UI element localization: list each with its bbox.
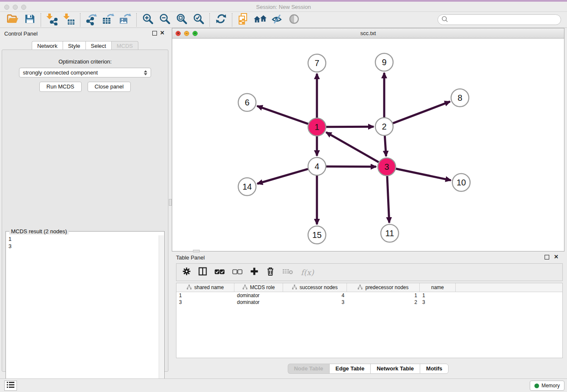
graph-node-2[interactable]: 2 — [375, 118, 393, 135]
svg-text:6: 6 — [245, 98, 249, 107]
graph-node-7[interactable]: 7 — [308, 54, 326, 72]
close-table-panel-icon[interactable]: ✕ — [554, 254, 559, 260]
network-window-title: scc.txt — [172, 30, 564, 36]
svg-text:2: 2 — [382, 122, 386, 131]
svg-text:10: 10 — [457, 178, 466, 187]
table-cell[interactable]: 2 — [347, 299, 420, 305]
graph-node-14[interactable]: 14 — [238, 178, 256, 196]
table-cell[interactable]: dominator — [234, 293, 283, 298]
float-table-panel-icon[interactable] — [545, 255, 549, 259]
import-network-icon — [46, 13, 58, 27]
graph-edge-4-14[interactable] — [257, 169, 308, 184]
delete-column-button[interactable] — [282, 268, 293, 276]
float-panel-icon[interactable] — [152, 31, 157, 36]
column-type-icon — [292, 284, 297, 291]
show-hidden-button[interactable] — [286, 13, 303, 27]
run-mcds-button[interactable]: Run MCDS — [39, 82, 82, 92]
tab-network-table[interactable]: Network Table — [370, 364, 420, 374]
select-all-button[interactable] — [215, 268, 225, 276]
table-cell[interactable]: 4 — [283, 293, 347, 298]
graph-edge-2-3[interactable] — [385, 136, 386, 156]
svg-text:11: 11 — [385, 229, 394, 238]
tab-node-table[interactable]: Node Table — [288, 364, 329, 374]
graph-edge-3-1[interactable] — [326, 132, 379, 162]
export-image-icon — [118, 13, 132, 27]
main-area: Control Panel ✕ NetworkStyleSelectMCDS O… — [0, 28, 567, 378]
column-header-MCDS-role[interactable]: MCDS role — [234, 283, 283, 292]
graph-node-9[interactable]: 9 — [375, 53, 393, 71]
import-network-button[interactable] — [44, 13, 61, 27]
table-cell[interactable]: 3 — [176, 299, 234, 305]
graph-edge-3-10[interactable] — [396, 169, 451, 180]
graph-node-15[interactable]: 15 — [308, 226, 326, 244]
table-cell[interactable]: 3 — [283, 299, 347, 305]
table-panel: Table Panel ✕ f(x) shared nameMCDS roles… — [172, 252, 564, 377]
table-cell[interactable]: 1 — [176, 293, 234, 298]
refresh-layout-button[interactable] — [212, 13, 229, 27]
hide-selected-button[interactable] — [269, 13, 286, 27]
open-session-button[interactable] — [4, 13, 21, 27]
node-table[interactable]: shared nameMCDS rolesuccessor nodesprede… — [176, 283, 563, 358]
export-table-button[interactable] — [100, 13, 117, 27]
memory-button[interactable]: Memory — [530, 381, 564, 391]
show-columns-button[interactable] — [198, 267, 207, 277]
copy-network-button[interactable] — [235, 13, 252, 27]
export-network-button[interactable] — [83, 13, 100, 27]
graph-node-3[interactable]: 3 — [378, 158, 396, 176]
column-header-predecessor-nodes[interactable]: predecessor nodes — [347, 283, 420, 292]
graph-edge-2-8[interactable] — [393, 102, 450, 123]
save-icon — [24, 13, 36, 26]
close-panel-icon[interactable]: ✕ — [160, 30, 165, 36]
column-label: name — [431, 284, 444, 290]
column-header-name[interactable]: name — [420, 283, 456, 292]
table-cell[interactable]: 1 — [420, 293, 456, 298]
delete-rows-button[interactable] — [266, 267, 275, 278]
result-scrollbar[interactable] — [159, 235, 164, 389]
function-builder-button[interactable]: f(x) — [301, 268, 314, 277]
table-delete-icon — [282, 268, 293, 276]
zoom-in-button[interactable] — [139, 13, 156, 27]
graph-edge-4-3[interactable] — [326, 166, 376, 167]
criterion-dropdown[interactable]: strongly connected component — [19, 68, 151, 77]
graph-node-11[interactable]: 11 — [381, 224, 399, 242]
graph-edge-3-11[interactable] — [387, 176, 389, 223]
tab-motifs[interactable]: Motifs — [420, 364, 449, 374]
table-settings-button[interactable] — [182, 267, 191, 277]
import-table-icon — [63, 13, 75, 27]
column-header-shared-name[interactable]: shared name — [176, 283, 234, 292]
add-column-button[interactable] — [250, 267, 259, 277]
table-cell[interactable]: 1 — [347, 293, 420, 298]
toolbar-separator — [209, 13, 210, 27]
export-image-button[interactable] — [117, 13, 134, 27]
zoom-out-button[interactable] — [156, 13, 173, 27]
task-history-button[interactable] — [4, 381, 17, 391]
table-row[interactable]: 1dominator411 — [176, 292, 562, 299]
import-table-button[interactable] — [61, 13, 77, 27]
graph-edge-1-2[interactable] — [326, 127, 374, 127]
table-cell[interactable]: dominator — [234, 299, 283, 305]
column-type-icon — [242, 284, 248, 291]
save-session-button[interactable] — [21, 13, 38, 27]
graph-node-10[interactable]: 10 — [452, 174, 470, 191]
table-row[interactable]: 3dominator323 — [176, 299, 562, 306]
column-header-successor-nodes[interactable]: successor nodes — [283, 283, 347, 292]
graph-edge-1-6[interactable] — [257, 106, 308, 124]
network-window-titlebar[interactable]: ✕ − + scc.txt — [172, 28, 564, 39]
first-neighbors-button[interactable] — [252, 13, 269, 27]
zoom-out-icon — [159, 13, 171, 27]
graph-node-6[interactable]: 6 — [238, 94, 256, 111]
deselect-all-button[interactable] — [232, 268, 242, 276]
zoom-selected-button[interactable] — [190, 13, 207, 27]
close-panel-button[interactable]: Close panel — [88, 82, 131, 92]
mcds-result-list: 13 — [7, 235, 158, 389]
graph-node-4[interactable]: 4 — [308, 157, 326, 175]
network-graph[interactable]: 7968124314101511 — [172, 39, 564, 251]
open-folder-icon — [6, 13, 19, 26]
tab-edge-table[interactable]: Edge Table — [329, 364, 370, 374]
graph-node-1[interactable]: 1 — [308, 118, 326, 136]
search-input[interactable] — [438, 14, 561, 25]
table-cell[interactable]: 3 — [420, 299, 456, 305]
vertical-divider-grip[interactable] — [169, 199, 172, 206]
graph-node-8[interactable]: 8 — [451, 89, 469, 107]
zoom-fit-button[interactable] — [173, 13, 190, 27]
